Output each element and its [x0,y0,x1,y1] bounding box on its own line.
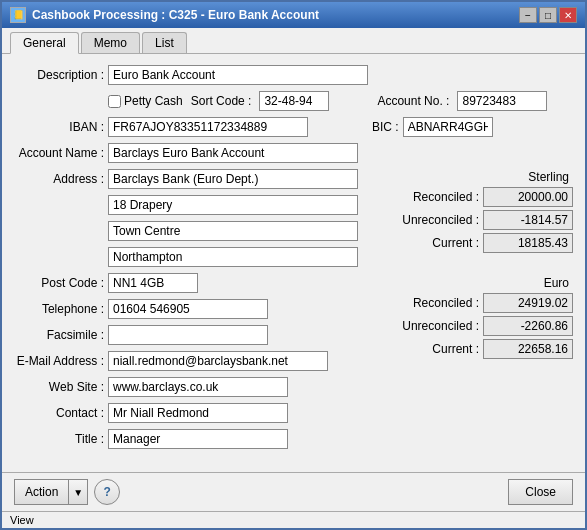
status-bar: View [2,511,585,528]
window-icon: 📒 [10,7,26,23]
address4-input[interactable] [108,247,358,267]
email-label: E-Mail Address : [14,354,104,368]
address3-row [14,220,373,242]
telephone-input[interactable] [108,299,268,319]
euro-reconciled-input[interactable] [483,293,573,313]
title-row: Title : [14,428,373,450]
bic-label: BIC : [372,120,399,134]
maximize-button[interactable]: □ [539,7,557,23]
minimize-button[interactable]: − [519,7,537,23]
tab-memo[interactable]: Memo [81,32,140,53]
telephone-row: Telephone : [14,298,373,320]
account-name-row: Account Name : [14,142,573,164]
email-row: E-Mail Address : [14,350,373,372]
sterling-reconciled-row: Reconciled : [373,187,573,207]
euro-reconciled-label: Reconciled : [413,296,479,310]
facsimile-row: Facsimile : [14,324,373,346]
petty-cash-label[interactable]: Petty Cash [108,94,183,108]
website-label: Web Site : [14,380,104,394]
postcode-label: Post Code : [14,276,104,290]
title-bar: 📒 Cashbook Processing : C325 - Euro Bank… [2,2,585,28]
lower-left: Post Code : Telephone : Facsimile : E-Ma… [14,272,373,450]
tab-list[interactable]: List [142,32,187,53]
address2-row [14,194,373,216]
description-label: Description : [14,68,104,82]
address1-row: Address : [14,168,373,190]
close-window-button[interactable]: ✕ [559,7,577,23]
sterling-reconciled-label: Reconciled : [413,190,479,204]
address2-input[interactable] [108,195,358,215]
footer-left: Action ▼ ? [14,479,120,505]
sterling-unreconciled-row: Unreconciled : [373,210,573,230]
status-text: View [10,514,34,526]
website-row: Web Site : [14,376,373,398]
action-button[interactable]: Action [14,479,69,505]
petty-sort-row: Petty Cash Sort Code : Account No. : [14,90,573,112]
main-window: 📒 Cashbook Processing : C325 - Euro Bank… [0,0,587,530]
address4-row [14,246,373,268]
sterling-current-input[interactable] [483,233,573,253]
facsimile-input[interactable] [108,325,268,345]
sterling-unreconciled-input[interactable] [483,210,573,230]
description-input[interactable] [108,65,368,85]
sterling-current-label: Current : [432,236,479,250]
description-row: Description : [14,64,573,86]
title-label: Title : [14,432,104,446]
address3-input[interactable] [108,221,358,241]
close-button[interactable]: Close [508,479,573,505]
contact-row: Contact : [14,402,373,424]
euro-panel: Euro Reconciled : Unreconciled : Current… [373,272,573,450]
euro-reconciled-row: Reconciled : [373,293,573,313]
sterling-title: Sterling [373,170,573,184]
action-button-group: Action ▼ [14,479,88,505]
euro-title: Euro [373,276,573,290]
sterling-current-row: Current : [373,233,573,253]
iban-row: IBAN : BIC : [14,116,573,138]
sterling-panel: Sterling Reconciled : Unreconciled : Cur… [373,168,573,268]
website-input[interactable] [108,377,288,397]
contact-input[interactable] [108,403,288,423]
postcode-input[interactable] [108,273,198,293]
euro-unreconciled-label: Unreconciled : [402,319,479,333]
postcode-row: Post Code : [14,272,373,294]
bic-input[interactable] [403,117,493,137]
title-input[interactable] [108,429,288,449]
sort-code-input[interactable] [259,91,329,111]
sterling-unreconciled-label: Unreconciled : [402,213,479,227]
postcode-euro-row: Post Code : Telephone : Facsimile : E-Ma… [14,272,573,450]
sort-code-label: Sort Code : [191,94,252,108]
window-controls: − □ ✕ [519,7,577,23]
petty-cash-checkbox[interactable] [108,95,121,108]
telephone-label: Telephone : [14,302,104,316]
address-label: Address : [14,172,104,186]
form-content: Description : Petty Cash Sort Code : Acc… [2,54,585,472]
euro-current-input[interactable] [483,339,573,359]
help-button[interactable]: ? [94,479,120,505]
sterling-reconciled-input[interactable] [483,187,573,207]
window-title: Cashbook Processing : C325 - Euro Bank A… [32,8,319,22]
facsimile-label: Facsimile : [14,328,104,342]
address-section: Address : [14,168,573,268]
contact-label: Contact : [14,406,104,420]
account-no-label: Account No. : [377,94,449,108]
address-left: Address : [14,168,373,268]
tab-general[interactable]: General [10,32,79,54]
iban-label: IBAN : [14,120,104,134]
euro-current-label: Current : [432,342,479,356]
account-no-input[interactable] [457,91,547,111]
euro-current-row: Current : [373,339,573,359]
iban-input[interactable] [108,117,308,137]
email-input[interactable] [108,351,328,371]
tab-bar: General Memo List [2,28,585,54]
action-dropdown-arrow[interactable]: ▼ [69,479,88,505]
account-name-input[interactable] [108,143,358,163]
account-name-label: Account Name : [14,146,104,160]
euro-unreconciled-input[interactable] [483,316,573,336]
footer: Action ▼ ? Close [2,472,585,511]
euro-unreconciled-row: Unreconciled : [373,316,573,336]
address1-input[interactable] [108,169,358,189]
